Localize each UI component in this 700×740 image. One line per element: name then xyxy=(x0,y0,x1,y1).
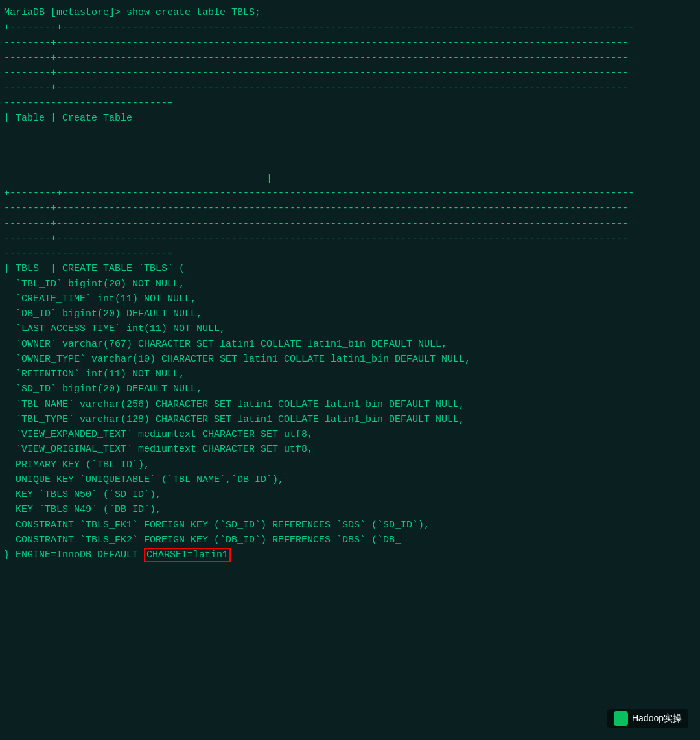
col-sd-id: `SD_ID` bigint(20) DEFAULT NULL, xyxy=(0,382,700,397)
engine-line: } ENGINE=InnoDB DEFAULT CHARSET=latin1 xyxy=(0,548,700,562)
col-tbl-id: `TBL_ID` bigint(20) NOT NULL, xyxy=(0,277,700,292)
terminal-window: MariaDB [metastore]> show create table T… xyxy=(0,0,700,740)
terminal-line-16: ----------------------------+ xyxy=(0,246,700,261)
terminal-line-3: --------+-------------------------------… xyxy=(0,51,700,65)
terminal-blank-2 xyxy=(0,141,700,156)
watermark-icon xyxy=(614,711,628,726)
col-retention: `RETENTION` int(11) NOT NULL, xyxy=(0,367,700,382)
key-n50: KEY `TBLS_N50` (`SD_ID`), xyxy=(0,487,700,502)
constraint-fk2: CONSTRAINT `TBLS_FK2` FOREIGN KEY (`DB_I… xyxy=(0,533,700,548)
unique-key: UNIQUE KEY `UNIQUETABLE` (`TBL_NAME`,`DB… xyxy=(0,472,700,487)
col-tbl-type: `TBL_TYPE` varchar(128) CHARACTER SET la… xyxy=(0,412,700,427)
primary-key: PRIMARY KEY (`TBL_ID`), xyxy=(0,457,700,472)
col-tbl-name: `TBL_NAME` varchar(256) CHARACTER SET la… xyxy=(0,397,700,412)
col-owner-type: `OWNER_TYPE` varchar(10) CHARACTER SET l… xyxy=(0,352,700,367)
key-n49: KEY `TBLS_N49` (`DB_ID`), xyxy=(0,502,700,517)
terminal-line-12: +--------+------------------------------… xyxy=(0,186,700,201)
terminal-end xyxy=(0,562,700,577)
terminal-header: | Table | Create Table xyxy=(0,111,700,126)
terminal-separator-col: | xyxy=(0,171,700,186)
charset-highlight: CHARSET=latin1 xyxy=(144,548,231,562)
terminal-line-13: --------+-------------------------------… xyxy=(0,201,700,216)
terminal-line-14: --------+-------------------------------… xyxy=(0,216,700,231)
watermark-text: Hadoop实操 xyxy=(632,713,682,724)
terminal-line-1: +--------+------------------------------… xyxy=(0,20,700,35)
watermark: Hadoop实操 xyxy=(607,709,688,728)
col-view-original: `VIEW_ORIGINAL_TEXT` mediumtext CHARACTE… xyxy=(0,442,700,457)
col-view-expanded: `VIEW_EXPANDED_TEXT` mediumtext CHARACTE… xyxy=(0,427,700,442)
terminal-line-15: --------+-------------------------------… xyxy=(0,231,700,246)
terminal-line-6: ----------------------------+ xyxy=(0,96,700,111)
col-last-access: `LAST_ACCESS_TIME` int(11) NOT NULL, xyxy=(0,321,700,336)
terminal-blank-3 xyxy=(0,156,700,171)
terminal-line-5: --------+-------------------------------… xyxy=(0,80,700,95)
col-db-id: `DB_ID` bigint(20) DEFAULT NULL, xyxy=(0,306,700,321)
terminal-line-0: MariaDB [metastore]> show create table T… xyxy=(0,5,700,20)
terminal-blank-1 xyxy=(0,126,700,141)
col-owner: `OWNER` varchar(767) CHARACTER SET latin… xyxy=(0,337,700,352)
constraint-fk1: CONSTRAINT `TBLS_FK1` FOREIGN KEY (`SD_I… xyxy=(0,518,700,533)
terminal-line-4: --------+-------------------------------… xyxy=(0,65,700,80)
terminal-line-2: --------+-------------------------------… xyxy=(0,36,700,51)
col-create-time: `CREATE_TIME` int(11) NOT NULL, xyxy=(0,292,700,306)
create-table-start: | TBLS | CREATE TABLE `TBLS` ( xyxy=(0,261,700,276)
